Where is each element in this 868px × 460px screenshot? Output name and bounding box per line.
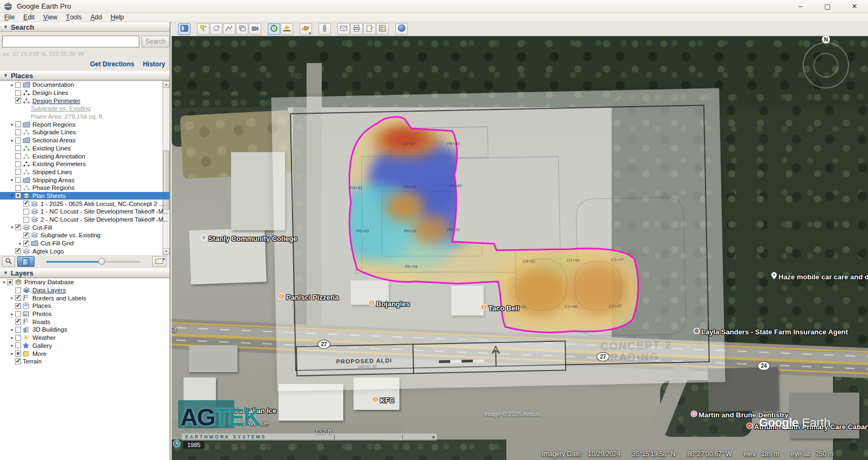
tree-item-weather[interactable]: ▸Weather [0, 334, 169, 342]
poi-haze-mobile-car-care[interactable]: Haze mobile car care and detailing [771, 272, 868, 282]
checkbox[interactable] [15, 224, 21, 230]
poi-bojangles[interactable]: Bojangles [368, 299, 410, 308]
tree-item-borders-and-labels[interactable]: ▸Borders and Labels [0, 294, 169, 302]
tree-item-1-nc-locust-site-development-takeoff-m[interactable]: 1 - NC Locust - Site Development Takeoff… [0, 208, 169, 216]
toggle-sidebar-button[interactable] [178, 23, 191, 35]
maximize-button[interactable]: ▢ [814, 0, 841, 12]
expand-arrow-icon[interactable]: ▸ [9, 122, 15, 127]
menu-view[interactable]: View [39, 13, 62, 22]
tree-item-sectional-areas[interactable]: ▸Sectional Areas [0, 136, 169, 145]
search-button[interactable]: Search [141, 36, 169, 47]
checkbox[interactable] [15, 311, 21, 317]
checkbox[interactable] [23, 232, 29, 238]
add-path-button[interactable] [223, 23, 235, 35]
layers-panel-header[interactable]: ▼ Layers [0, 268, 169, 278]
checkbox[interactable] [15, 153, 21, 159]
search-panel-header[interactable]: ▼ Search [0, 22, 169, 32]
checkbox[interactable] [23, 217, 29, 223]
history-link[interactable]: History [143, 60, 165, 68]
add-placemark-button[interactable]: + [197, 23, 209, 35]
close-button[interactable]: ✕ [841, 0, 868, 12]
expand-arrow-icon[interactable]: ▸ [9, 327, 15, 332]
expand-arrow-icon[interactable]: ▸ [9, 177, 15, 182]
checkbox[interactable] [15, 193, 21, 198]
menu-help[interactable]: Help [106, 13, 128, 22]
checkbox[interactable] [15, 319, 21, 325]
ruler-button[interactable] [318, 23, 331, 35]
timeline-arrow-icon[interactable]: ▸ [432, 434, 435, 440]
expand-arrow-icon[interactable]: ▸ [9, 312, 15, 317]
add-image-overlay-button[interactable] [236, 23, 248, 35]
checkbox[interactable] [15, 138, 21, 143]
planets-button[interactable]: ▼ [300, 23, 312, 35]
expand-arrow-icon[interactable]: ▾ [9, 193, 15, 198]
tree-item-design-perimeter[interactable]: Design Perimeter [0, 97, 169, 105]
checkbox[interactable] [15, 335, 21, 341]
checkbox[interactable] [15, 145, 21, 151]
opacity-slider[interactable] [38, 256, 149, 267]
collapse-triangle-icon[interactable]: ▼ [3, 73, 8, 78]
checkbox[interactable] [15, 327, 21, 333]
checkbox[interactable] [15, 161, 21, 167]
checkbox[interactable] [23, 241, 29, 246]
earth-sphere-button[interactable] [395, 23, 408, 35]
timeline-bar[interactable]: EARTHWORK SYSTEMS ▸ [181, 433, 437, 441]
poi-kfc[interactable]: KFC [372, 395, 395, 405]
tree-item-data-layers[interactable]: Data Layers [0, 286, 169, 294]
expand-arrow-icon[interactable]: ▸ [9, 83, 15, 87]
search-input[interactable] [2, 36, 139, 47]
tree-item-more[interactable]: ▸More [0, 349, 169, 358]
expand-arrow-icon[interactable]: ▸ [9, 138, 15, 143]
tree-item-stripped-lines[interactable]: Stripped Lines [0, 168, 169, 176]
tree-item-terrain[interactable]: Terrain [0, 358, 169, 366]
tree-item-stripping-areas[interactable]: ▸Stripping Areas [0, 176, 169, 184]
tree-item-photos[interactable]: ▸Photos [0, 310, 169, 318]
save-image-button[interactable] [363, 23, 376, 35]
collapse-triangle-icon[interactable]: ▼ [3, 270, 8, 276]
checkbox[interactable] [15, 351, 21, 356]
checkbox[interactable] [15, 121, 21, 127]
tree-item-design-lines[interactable]: Design Lines [0, 89, 169, 97]
places-search-button[interactable] [2, 256, 15, 267]
checkbox[interactable] [15, 359, 21, 365]
tree-item-subgrade-vs-existing[interactable]: Subgrade vs. Existing [0, 105, 169, 113]
historical-imagery-chip[interactable]: 1985 [173, 440, 205, 450]
expand-arrow-icon[interactable]: ▸ [9, 343, 15, 348]
checkbox[interactable] [15, 303, 21, 309]
sunlight-button[interactable] [281, 23, 293, 35]
minimize-button[interactable]: – [787, 0, 814, 12]
tree-item-2-nc-locust-site-development-takeoff-m[interactable]: 2 - NC Locust - Site Development Takeoff… [0, 216, 169, 224]
checkbox[interactable] [15, 177, 21, 183]
expand-arrow-icon[interactable]: ▸ [17, 241, 23, 246]
tree-item-cut-fill[interactable]: ▾Cut-Fill [0, 223, 169, 231]
add-polygon-button[interactable]: + [210, 23, 222, 35]
compass-navigation[interactable]: N [798, 36, 857, 105]
checkbox[interactable] [15, 287, 21, 293]
menu-file[interactable]: File [0, 13, 19, 22]
tree-item-gallery[interactable]: ▸Gallery [0, 342, 169, 350]
expand-arrow-icon[interactable]: ▾ [9, 225, 15, 230]
slider-handle[interactable] [98, 258, 105, 265]
tree-item-places[interactable]: Places [0, 302, 169, 310]
title-bar[interactable]: Google Earth Pro –▢✕ [0, 0, 868, 13]
get-directions-link[interactable]: Get Directions [90, 60, 134, 68]
expand-arrow-icon[interactable]: ▸ [9, 351, 15, 356]
checkbox[interactable] [15, 295, 21, 301]
checkbox[interactable] [7, 279, 13, 285]
menu-tools[interactable]: Tools [62, 13, 86, 22]
tree-item-documentation[interactable]: ▸Documentation [0, 81, 169, 89]
map-viewport[interactable]: PROPOSED ALDI LOCUST, NC CONCEPT 2 GRADI… [172, 36, 868, 460]
tree-item-3d-buildings[interactable]: ▸3D Buildings [0, 326, 169, 334]
tree-item-1-2025-0625-aldi-locust-nc-concept-2-con[interactable]: 1 - 2025 - 0625 Aldi Locust, NC-Concept … [0, 200, 169, 208]
checkbox[interactable] [15, 185, 21, 191]
tree-item-primary-database[interactable]: ▾Primary Database [0, 278, 169, 286]
tree-item-agtek-logo[interactable]: Agtek Logo [0, 247, 169, 255]
print-button[interactable] [350, 23, 363, 35]
historical-imagery-button[interactable] [268, 23, 280, 35]
expand-arrow-icon[interactable]: ▸ [9, 335, 15, 340]
places-panel-header[interactable]: ▼ Places [0, 71, 169, 80]
checkbox[interactable] [15, 342, 21, 348]
checkbox[interactable] [15, 90, 21, 96]
view-in-maps-button[interactable] [376, 23, 389, 35]
history-year-badge[interactable]: 1985 [183, 441, 205, 449]
